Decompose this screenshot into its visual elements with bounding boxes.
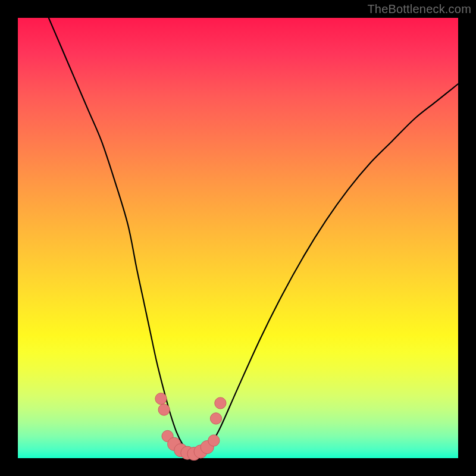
curve-markers bbox=[155, 393, 226, 460]
chart-svg bbox=[18, 18, 458, 458]
data-marker bbox=[155, 393, 167, 404]
data-marker bbox=[158, 404, 170, 415]
data-marker bbox=[208, 435, 220, 446]
watermark-text: TheBottleneck.com bbox=[367, 2, 471, 16]
data-marker bbox=[210, 413, 221, 424]
data-marker bbox=[215, 397, 226, 409]
bottleneck-curve bbox=[49, 18, 458, 456]
